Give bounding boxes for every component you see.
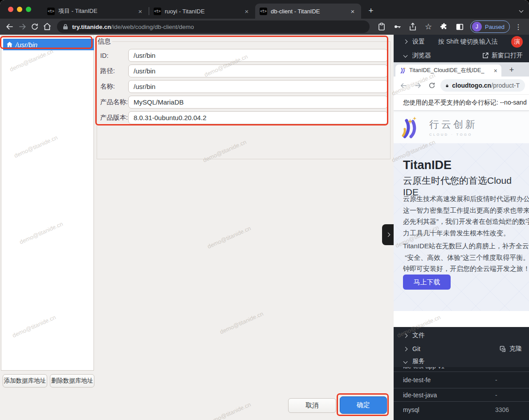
share-icon[interactable] xyxy=(406,20,419,33)
files-section-row[interactable]: 文件 xyxy=(394,329,529,342)
tab-title: ruoyi - TitanIDE xyxy=(165,8,239,15)
lock-icon xyxy=(63,24,68,30)
side-panel-icon[interactable] xyxy=(453,20,466,33)
browser-menu-icon[interactable]: ⋮ xyxy=(514,23,523,31)
settings-row[interactable]: 设置 按 Shift 键切换输入法 演 xyxy=(394,35,529,48)
back-icon[interactable] xyxy=(4,20,16,33)
back-icon[interactable] xyxy=(398,80,409,91)
titanide-favicon-icon: <t> xyxy=(260,8,267,15)
extensions-puzzle-icon[interactable] xyxy=(437,20,451,33)
panel-bottom-sections: 文件 Git 克隆 服务 ide-test-app-v1 - xyxy=(394,327,529,420)
service-row[interactable]: ide-test-java - xyxy=(394,388,529,401)
forward-icon[interactable] xyxy=(16,20,28,33)
address-bar[interactable]: try.titanide.cn/ide/web/coding/db-client… xyxy=(57,20,370,33)
tab-project[interactable]: <t> 项目 - TitanIDE × xyxy=(43,4,149,19)
chevron-right-icon xyxy=(403,40,408,44)
close-window-icon[interactable] xyxy=(8,7,13,12)
url-domain: cloudtogo.cn xyxy=(452,82,491,89)
embedded-tab-bar: TitanIDE_CloudIDE_在线IDE_ × + xyxy=(394,62,529,77)
path-input[interactable]: /usr/bin xyxy=(128,65,388,77)
embedded-tab[interactable]: TitanIDE_CloudIDE_在线IDE_ × xyxy=(395,65,501,77)
password-key-icon[interactable] xyxy=(391,20,404,33)
name-input[interactable]: /usr/bin xyxy=(128,80,388,93)
service-port: - xyxy=(495,392,497,399)
hero-paragraph-1: 云原生技术高速发展和后疫情时代远程办公等 这一智力密集型工作提出更高的要求也带来… xyxy=(403,193,529,238)
settings-label: 设置 xyxy=(412,38,425,46)
bookmark-star-icon[interactable]: ☆ xyxy=(422,20,435,33)
close-tab-icon[interactable]: × xyxy=(136,8,144,15)
product-name-input[interactable]: MySQL/MariaDB xyxy=(128,96,388,109)
panel-expand-handle[interactable] xyxy=(382,224,394,245)
services-section-row[interactable]: 服务 xyxy=(394,355,529,367)
embedded-new-tab-button[interactable]: + xyxy=(506,64,517,76)
database-list[interactable]: /usr/bin xyxy=(1,36,94,371)
tab-search-chevron-icon[interactable] xyxy=(520,6,523,14)
service-row[interactable]: ide-test-fe - xyxy=(394,372,529,388)
url-path: /product-T xyxy=(491,82,520,89)
cloudtogo-favicon-icon xyxy=(399,67,406,74)
clipboard-icon[interactable] xyxy=(375,20,388,33)
git-section-row[interactable]: Git 克隆 xyxy=(394,342,529,355)
add-database-button[interactable]: 添加数据库地址 xyxy=(3,374,47,388)
profile-button[interactable]: J Paused xyxy=(470,20,510,33)
cloudtogo-header: 行云创新 CLOUD · TOGO xyxy=(394,111,529,143)
embedded-address-bar[interactable]: cloudtogo.cn/product-T xyxy=(440,79,525,92)
cancel-button[interactable]: 取消 xyxy=(288,398,336,413)
field-label-product-name: 产品名称: xyxy=(100,98,128,106)
files-label: 文件 xyxy=(412,331,425,339)
minimize-window-icon[interactable] xyxy=(17,7,22,12)
reload-icon[interactable] xyxy=(426,80,438,91)
avatar: J xyxy=(472,22,482,32)
browser-section-label: 浏览器 xyxy=(412,52,431,60)
chevron-down-icon xyxy=(403,359,408,363)
url-path: /ide/web/coding/db-client/demo xyxy=(111,24,194,30)
service-row[interactable]: mysql 3306 xyxy=(394,401,529,417)
tab-db-client[interactable]: <t> db-client - TitanIDE × xyxy=(255,4,361,19)
database-list-item-selected[interactable]: /usr/bin xyxy=(3,39,94,50)
service-name: ide-test-java xyxy=(403,392,437,399)
titanide-favicon-icon: <t> xyxy=(154,8,161,15)
clone-button[interactable]: 克隆 xyxy=(500,345,522,353)
product-version-input[interactable]: 8.0.31-0ubuntu0.20.04.2 xyxy=(128,111,388,124)
profile-status: Paused xyxy=(485,24,505,30)
hero-title: TitanIDE xyxy=(403,158,452,172)
chevron-right-icon xyxy=(403,347,408,351)
unsupported-flag-notice: 您使用的是不受支持的命令行标记: --no-sand xyxy=(394,94,529,111)
embedded-toolbar: cloudtogo.cn/product-T xyxy=(394,77,529,94)
new-tab-button[interactable]: + xyxy=(365,4,377,17)
tab-title: 项目 - TitanIDE xyxy=(58,7,133,15)
maximize-window-icon[interactable] xyxy=(26,7,31,12)
confirm-button[interactable]: 确定 xyxy=(340,396,387,414)
lock-icon xyxy=(446,83,448,89)
tab-ruoyi[interactable]: <t> ruoyi - TitanIDE × xyxy=(149,4,255,19)
id-input[interactable]: /usr/bin xyxy=(128,49,388,62)
tab-title: db-client - TitanIDE xyxy=(271,8,345,15)
clone-icon xyxy=(500,346,506,352)
close-tab-icon[interactable]: × xyxy=(243,8,251,15)
db-client-page: /usr/bin 信息 ID: /usr/bin 路径: /usr/bin 名称… xyxy=(0,35,394,420)
titanide-favicon-icon: <t> xyxy=(47,8,55,15)
open-new-window-button[interactable]: 新窗口打开 xyxy=(482,52,523,60)
browser-toolbar: try.titanide.cn/ide/web/coding/db-client… xyxy=(0,19,529,35)
field-label-path: 路径: xyxy=(100,67,128,75)
service-port: 3306 xyxy=(495,406,509,413)
hero-white-strip xyxy=(394,311,529,327)
chevron-down-icon xyxy=(403,53,408,58)
close-tab-icon[interactable]: × xyxy=(494,67,497,74)
reload-icon[interactable] xyxy=(28,20,41,33)
ime-hint: 按 Shift 键切换输入法 xyxy=(438,38,498,46)
browser-section-row[interactable]: 浏览器 新窗口打开 xyxy=(394,48,529,62)
forward-icon[interactable] xyxy=(412,80,423,91)
traffic-lights xyxy=(8,7,31,12)
service-name: ide-test-fe xyxy=(403,376,431,384)
close-tab-icon[interactable]: × xyxy=(349,8,357,15)
services-label: 服务 xyxy=(412,357,425,365)
demo-badge[interactable]: 演 xyxy=(511,36,523,48)
download-now-button[interactable]: 马上下载 xyxy=(403,275,451,290)
field-label-id: ID: xyxy=(100,52,128,59)
home-icon[interactable] xyxy=(41,20,53,33)
remove-database-button[interactable]: 删除数据库地址 xyxy=(50,374,94,388)
home-icon xyxy=(7,42,12,47)
database-path-label: /usr/bin xyxy=(16,41,37,48)
browser-window: <t> 项目 - TitanIDE × <t> ruoyi - TitanIDE… xyxy=(0,0,529,420)
